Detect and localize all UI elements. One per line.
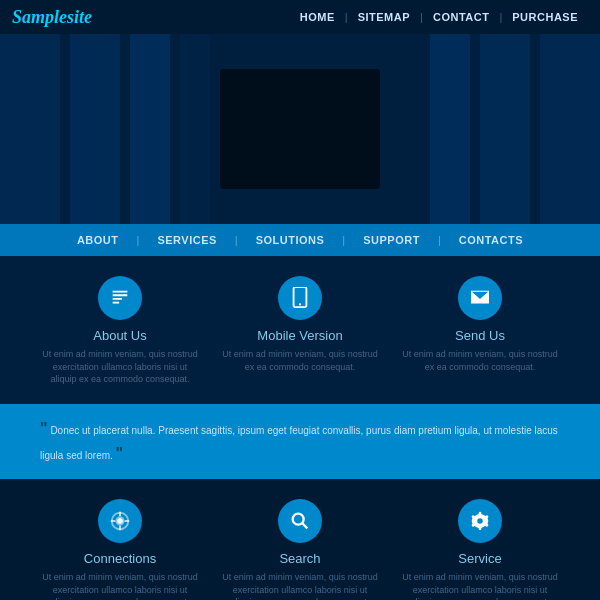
about-title: About Us: [40, 328, 200, 343]
svg-line-8: [302, 523, 307, 528]
quote-banner: " Donec ut placerat nulla. Praesent sagi…: [0, 404, 600, 479]
mobile-title: Mobile Version: [220, 328, 380, 343]
search-text: Ut enim ad minim veniam, quis nostrud ex…: [220, 571, 380, 600]
stripe-1: [0, 34, 60, 224]
send-icon: [458, 276, 502, 320]
feature-connections: Connections Ut enim ad minim veniam, qui…: [30, 499, 210, 600]
about-icon: [98, 276, 142, 320]
service-text: Ut enim ad minim veniam, quis nostrud ex…: [400, 571, 560, 600]
connections-title: Connections: [40, 551, 200, 566]
nav-sitemap[interactable]: SITEMAP: [348, 11, 420, 23]
send-title: Send Us: [400, 328, 560, 343]
svg-point-7: [293, 514, 304, 525]
feature-search: Search Ut enim ad minim veniam, quis nos…: [210, 499, 390, 600]
search-icon: [278, 499, 322, 543]
hero-center-block: [220, 69, 380, 189]
logo[interactable]: Samplesite: [12, 7, 92, 28]
quote-close: ": [116, 445, 124, 462]
stripe-2: [70, 34, 120, 224]
quote-open: ": [40, 420, 48, 437]
about-text: Ut enim ad minim veniam, quis nostrud ex…: [40, 348, 200, 386]
nav-purchase[interactable]: PURCHASE: [502, 11, 588, 23]
features-section-1: About Us Ut enim ad minim veniam, quis n…: [0, 256, 600, 404]
feature-service: Service Ut enim ad minim veniam, quis no…: [390, 499, 570, 600]
subnav-services[interactable]: SERVICES: [139, 234, 234, 246]
quote-text: " Donec ut placerat nulla. Praesent sagi…: [40, 416, 560, 467]
stripe-7: [430, 34, 470, 224]
svg-point-1: [299, 303, 301, 305]
subnav-about[interactable]: ABOUT: [59, 234, 137, 246]
service-icon: [458, 499, 502, 543]
feature-mobile: Mobile Version Ut enim ad minim veniam, …: [210, 276, 390, 386]
header: Samplesite HOME | SITEMAP | CONTACT | PU…: [0, 0, 600, 34]
main-nav: HOME | SITEMAP | CONTACT | PURCHASE: [290, 11, 588, 23]
stripe-4: [180, 34, 210, 224]
nav-home[interactable]: HOME: [290, 11, 345, 23]
connections-text: Ut enim ad minim veniam, quis nostrud ex…: [40, 571, 200, 600]
stripe-3: [130, 34, 170, 224]
send-text: Ut enim ad minim veniam, quis nostrud ex…: [400, 348, 560, 373]
connections-icon: [98, 499, 142, 543]
service-title: Service: [400, 551, 560, 566]
mobile-text: Ut enim ad minim veniam, quis nostrud ex…: [220, 348, 380, 373]
nav-contact[interactable]: CONTACT: [423, 11, 499, 23]
mobile-icon: [278, 276, 322, 320]
subnav-contacts[interactable]: CONTACTS: [441, 234, 541, 246]
feature-about: About Us Ut enim ad minim veniam, quis n…: [30, 276, 210, 386]
subnav-support[interactable]: SUPPORT: [345, 234, 438, 246]
features-section-2: Connections Ut enim ad minim veniam, qui…: [0, 479, 600, 600]
subnav-solutions[interactable]: SOLUTIONS: [238, 234, 343, 246]
hero-banner: [0, 34, 600, 224]
feature-send: Send Us Ut enim ad minim veniam, quis no…: [390, 276, 570, 386]
sub-nav: ABOUT | SERVICES | SOLUTIONS | SUPPORT |…: [0, 224, 600, 256]
stripe-6: [480, 34, 530, 224]
search-title: Search: [220, 551, 380, 566]
stripe-5: [540, 34, 600, 224]
